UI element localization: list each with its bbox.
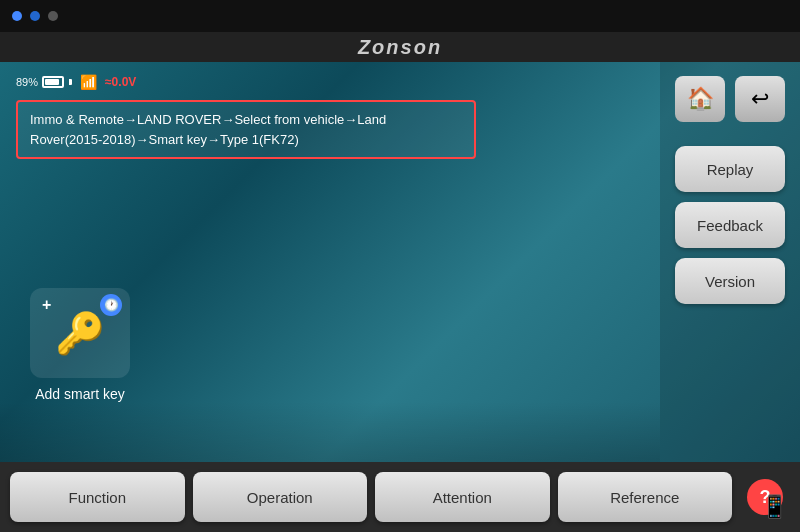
home-button[interactable]: 🏠 (675, 76, 725, 122)
tab-operation[interactable]: Operation (193, 472, 368, 522)
bottom-tab-bar: Function Operation Attention Reference ?… (0, 462, 800, 532)
back-icon: ↩ (751, 86, 769, 112)
home-icon: 🏠 (687, 86, 714, 112)
clock-badge-icon: 🕐 (100, 294, 122, 316)
wifi-icon: 📶 (80, 74, 97, 90)
status-bar: 89% 📶 ≈0.0V (16, 74, 644, 90)
tab-attention[interactable]: Attention (375, 472, 550, 522)
key-card-label: Add smart key (35, 386, 124, 402)
tab-function-label: Function (68, 489, 126, 506)
left-area: 89% 📶 ≈0.0V Immo & Remote→LAND ROVER→Sel… (0, 62, 660, 462)
key-icon: 🔑 (55, 310, 105, 357)
indicator-dot-2 (30, 11, 40, 21)
tab-function[interactable]: Function (10, 472, 185, 522)
breadcrumb-text: Immo & Remote→LAND ROVER→Select from veh… (30, 112, 386, 147)
title-bar: Zonson (0, 32, 800, 62)
indicator-dot-1 (12, 11, 22, 21)
tab-operation-label: Operation (247, 489, 313, 506)
help-icon-box[interactable]: ? 📱 (740, 472, 790, 522)
tab-attention-label: Attention (433, 489, 492, 506)
top-icon-row: 🏠 ↩ (675, 76, 785, 122)
device-icon: 📱 (761, 494, 788, 520)
key-icon-box[interactable]: + 🔑 🕐 (30, 288, 130, 378)
battery-indicator: 89% (16, 76, 72, 88)
feedback-button[interactable]: Feedback (675, 202, 785, 248)
voltage-display: ≈0.0V (105, 75, 136, 89)
indicator-dot-3 (48, 11, 58, 21)
right-sidebar: 🏠 ↩ Replay Feedback Version (660, 62, 800, 462)
back-button[interactable]: ↩ (735, 76, 785, 122)
key-card-area: + 🔑 🕐 Add smart key (30, 288, 130, 402)
replay-label: Replay (707, 161, 754, 178)
app-title: Zonson (358, 36, 442, 59)
breadcrumb-box: Immo & Remote→LAND ROVER→Select from veh… (16, 100, 476, 159)
key-plus-icon: + (42, 296, 51, 314)
shadow-overlay (0, 402, 660, 462)
battery-icon (42, 76, 64, 88)
battery-tip (69, 79, 72, 85)
battery-percent: 89% (16, 76, 38, 88)
tab-reference-label: Reference (610, 489, 679, 506)
battery-fill (45, 79, 59, 85)
version-label: Version (705, 273, 755, 290)
feedback-label: Feedback (697, 217, 763, 234)
main-content: 89% 📶 ≈0.0V Immo & Remote→LAND ROVER→Sel… (0, 62, 800, 462)
tab-reference[interactable]: Reference (558, 472, 733, 522)
replay-button[interactable]: Replay (675, 146, 785, 192)
top-bar (0, 0, 800, 32)
version-button[interactable]: Version (675, 258, 785, 304)
